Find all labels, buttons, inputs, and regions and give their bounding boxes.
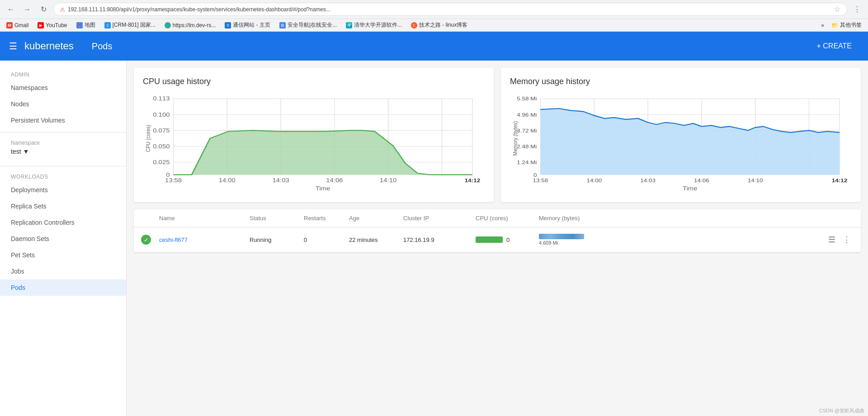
col-memory-header: Memory (bytes) [539, 215, 826, 222]
page-title: Pods [92, 41, 810, 52]
sidebar-item-persistent-volumes[interactable]: Persistent Volumes [0, 112, 126, 128]
col-restarts-header: Restarts [304, 215, 349, 222]
cpu-chart-container: 0 0.025 0.050 0.075 0.100 0.113 13:58 14… [143, 94, 485, 193]
create-button[interactable]: + CREATE [810, 38, 859, 54]
svg-text:1.24 Mi: 1.24 Mi [517, 160, 537, 165]
bookmark-lm[interactable]: 🌐 https://lm.dev-rs... [163, 21, 217, 29]
svg-text:Memory (bytes): Memory (bytes) [512, 121, 519, 156]
svg-text:0.113: 0.113 [153, 96, 170, 102]
svg-marker-41 [541, 109, 840, 175]
svg-text:14:00: 14:00 [586, 178, 602, 184]
bookmark-crm[interactable]: J [CRM-801] 国家... [103, 20, 157, 30]
sidebar-item-pet-sets[interactable]: Pet Sets [0, 247, 126, 263]
svg-text:3.72 Mi: 3.72 Mi [517, 128, 537, 134]
svg-text:Time: Time [316, 186, 330, 192]
sidebar-admin-title: Admin [0, 68, 126, 80]
pod-link[interactable]: ceshi-fl677 [159, 236, 188, 243]
bookmark-others[interactable]: 📁 其他书签 [830, 20, 863, 30]
row-cluster-ip: 172.16.19.9 [403, 236, 476, 243]
svg-text:14:10: 14:10 [380, 177, 396, 183]
main-content: CPU usage history [127, 61, 868, 416]
bookmark-telecom-label: 通信网站 - 主页 [233, 21, 270, 29]
menu-button[interactable]: ⋮ [851, 3, 863, 16]
bookmark-gmail-label: Gmail [14, 22, 28, 28]
sidebar-item-deployments[interactable]: Deployments [0, 182, 126, 198]
svg-text:5.58 Mi: 5.58 Mi [517, 96, 537, 102]
sidebar-workloads-title: Workloads [0, 170, 126, 182]
charts-row: CPU usage history [134, 68, 861, 202]
bookmark-tech[interactable]: C 技术之路 - linux博客 [409, 20, 469, 30]
cpu-chart-svg: 0 0.025 0.050 0.075 0.100 0.113 13:58 14… [143, 94, 485, 193]
svg-text:14:12: 14:12 [465, 178, 481, 184]
browser-nav: ← → ↻ ⚠ 192.168.111.11:8080/api/v1/proxy… [0, 0, 868, 19]
url-text: 192.168.111.11:8080/api/v1/proxy/namespa… [68, 6, 831, 13]
row-cpu: 0 [476, 236, 539, 243]
svg-text:14:06: 14:06 [694, 178, 709, 184]
address-bar[interactable]: ⚠ 192.168.111.11:8080/api/v1/proxy/names… [53, 3, 847, 16]
cpu-chart-card: CPU usage history [134, 68, 494, 202]
watermark: CSDN @觉昕风成曲 [819, 407, 864, 414]
cpu-chart-title: CPU usage history [143, 77, 485, 86]
sidebar-divider-2 [0, 166, 126, 166]
bookmark-lm-label: https://lm.dev-rs... [173, 22, 216, 28]
svg-text:14:00: 14:00 [219, 177, 236, 183]
svg-marker-13 [174, 130, 473, 175]
namespace-select[interactable]: test ▼ [11, 148, 115, 155]
more-bookmarks-separator: » [821, 22, 824, 28]
sidebar-item-namespaces[interactable]: Namespaces [0, 80, 126, 96]
sidebar-item-replication-controllers[interactable]: Replication Controllers [0, 214, 126, 231]
forward-button[interactable]: → [21, 3, 33, 16]
row-age: 22 minutes [349, 236, 403, 243]
svg-text:14:06: 14:06 [326, 177, 343, 183]
refresh-button[interactable]: ↻ [37, 3, 50, 16]
app-header: ☰ kubernetes Pods + CREATE [0, 32, 868, 61]
bookmark-youtube[interactable]: ▶ YouTube [36, 21, 69, 29]
bookmark-others-label: 其他书签 [840, 21, 862, 29]
col-actions-header [826, 215, 854, 222]
bookmark-tsinghua-label: 清华大学开源软件... [354, 21, 402, 29]
sidebar-item-replica-sets[interactable]: Replica Sets [0, 198, 126, 214]
row-name: ceshi-fl677 [159, 236, 250, 243]
bookmarks-bar: M Gmail ▶ YouTube 📍 地图 J [CRM-801] 国家...… [0, 19, 868, 31]
col-status-header [141, 215, 159, 222]
row-menu-icon[interactable]: ☰ [826, 233, 837, 246]
namespace-value: test [11, 148, 21, 155]
sidebar-item-pods[interactable]: Pods [0, 279, 126, 296]
bookmark-crm-label: [CRM-801] 国家... [113, 21, 156, 29]
svg-text:Time: Time [683, 186, 697, 192]
row-restarts: 0 [304, 236, 349, 243]
pods-table: Name Status Restarts Age Cluster IP CPU … [134, 209, 861, 252]
bookmark-google[interactable]: G 安全导航|在线安全... [278, 20, 339, 30]
bookmark-gmail[interactable]: M Gmail [5, 21, 30, 29]
sidebar-item-nodes[interactable]: Nodes [0, 96, 126, 112]
memory-chart-title: Memory usage history [510, 77, 852, 86]
col-name-header: Name [159, 215, 250, 222]
bookmark-telecom[interactable]: S 通信网站 - 主页 [223, 20, 272, 30]
app-logo: kubernetes [24, 40, 74, 52]
namespace-dropdown-icon: ▼ [23, 148, 29, 155]
hamburger-menu[interactable]: ☰ [9, 41, 17, 52]
row-memory: 4.609 Mi [539, 234, 826, 246]
col-cluster-ip-header: Cluster IP [403, 215, 476, 222]
sidebar-item-jobs[interactable]: Jobs [0, 263, 126, 279]
memory-bar [539, 234, 584, 239]
row-more-icon[interactable]: ⋮ [841, 233, 853, 246]
svg-text:14:03: 14:03 [273, 177, 289, 183]
sidebar: Admin Namespaces Nodes Persistent Volume… [0, 61, 127, 416]
bookmark-tsinghua[interactable]: 🌍 清华大学开源软件... [344, 20, 404, 30]
bookmark-map-label: 地图 [85, 21, 95, 29]
svg-text:0.100: 0.100 [153, 112, 170, 118]
svg-text:4.96 Mi: 4.96 Mi [517, 112, 537, 118]
svg-text:14:10: 14:10 [748, 178, 763, 184]
col-cpu-header: CPU (cores) [476, 215, 539, 222]
browser-chrome: ← → ↻ ⚠ 192.168.111.11:8080/api/v1/proxy… [0, 0, 868, 32]
memory-chart-card: Memory usage history [501, 68, 861, 202]
running-icon: ✓ [141, 235, 151, 245]
svg-text:CPU (cores): CPU (cores) [145, 125, 151, 152]
back-button[interactable]: ← [5, 3, 17, 16]
bookmark-map[interactable]: 📍 地图 [75, 20, 97, 30]
sidebar-item-daemon-sets[interactable]: Daemon Sets [0, 231, 126, 247]
namespace-label: Namespace [11, 140, 115, 146]
svg-text:0.025: 0.025 [153, 159, 170, 165]
bookmark-tech-label: 技术之路 - linux博客 [419, 21, 467, 29]
